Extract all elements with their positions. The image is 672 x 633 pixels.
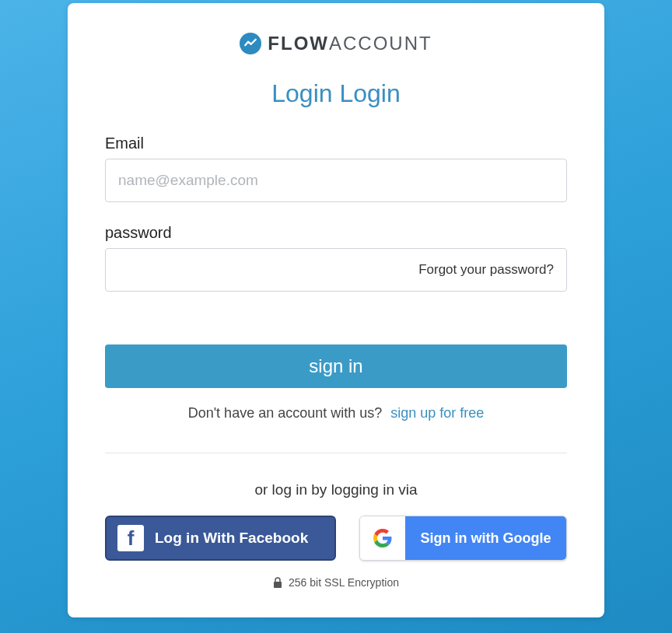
signup-prompt: Don't have an account with us? [188, 405, 383, 421]
email-input-wrap [105, 159, 567, 202]
password-input-wrap: Forgot your password? [105, 248, 567, 292]
password-label: password [105, 224, 567, 242]
flowaccount-icon [240, 33, 261, 54]
lock-icon [273, 577, 282, 588]
ssl-row: 256 bit SSL Encryption [105, 576, 567, 589]
divider [105, 453, 567, 453]
google-login-button[interactable]: Sign in with Google [359, 516, 567, 561]
google-button-label: Sign in with Google [405, 516, 566, 560]
login-card: FLOWACCOUNT Login Login Email password F… [68, 3, 604, 617]
signin-button[interactable]: sign in [105, 344, 567, 388]
social-row: f Log in With Facebook Sign in with Goog… [105, 516, 567, 561]
email-label: Email [105, 135, 567, 152]
social-label: or log in by logging in via [105, 481, 567, 498]
email-field[interactable] [106, 159, 566, 201]
ssl-text: 256 bit SSL Encryption [289, 576, 399, 589]
page-title: Login Login [105, 79, 567, 108]
email-group: Email [105, 135, 567, 202]
password-group: password Forgot your password? [105, 224, 567, 292]
logo-text: FLOWACCOUNT [268, 33, 432, 54]
forgot-password-link[interactable]: Forgot your password? [418, 262, 554, 278]
facebook-login-button[interactable]: f Log in With Facebook [105, 516, 336, 561]
logo: FLOWACCOUNT [105, 33, 567, 54]
signup-link[interactable]: sign up for free [390, 405, 484, 421]
google-icon [360, 516, 405, 560]
signup-row: Don't have an account with us? sign up f… [105, 405, 567, 421]
facebook-button-label: Log in With Facebook [155, 530, 308, 547]
svg-rect-0 [274, 582, 282, 588]
facebook-icon: f [117, 525, 144, 551]
